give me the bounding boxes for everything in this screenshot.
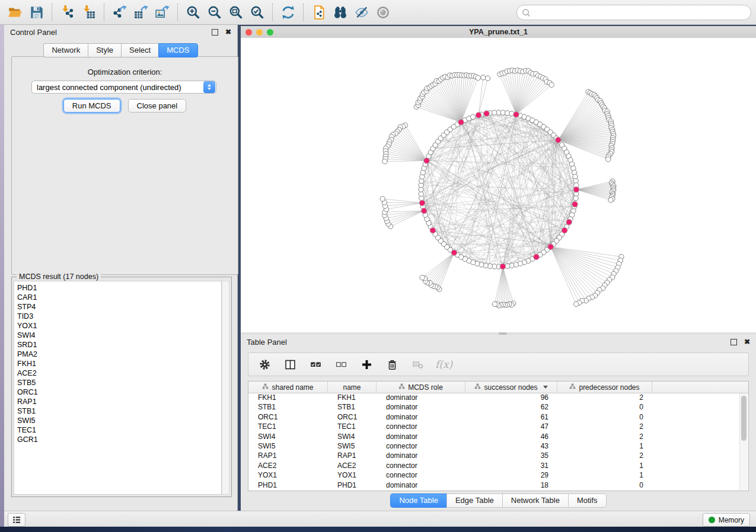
mcds-result-scrollbar[interactable] bbox=[222, 281, 229, 495]
tab-motifs[interactable]: Motifs bbox=[568, 493, 607, 508]
tab-edge-table[interactable]: Edge Table bbox=[446, 493, 502, 508]
network-window-title: YPA_prune.txt_1 bbox=[241, 28, 756, 36]
add-column-plus-icon[interactable] bbox=[359, 357, 374, 372]
mcds-result-item[interactable]: SRD1 bbox=[17, 340, 221, 350]
mcds-result-item[interactable]: TEC1 bbox=[17, 425, 221, 435]
node-table-scrollbar[interactable] bbox=[739, 393, 748, 490]
table-cell: RAP1 bbox=[328, 451, 377, 461]
column-header-predecessor-nodes[interactable]: predecessor nodes bbox=[557, 382, 652, 393]
select-all-checks-icon[interactable] bbox=[308, 357, 323, 372]
open-file-icon[interactable] bbox=[5, 3, 26, 22]
deselect-all-checks-icon[interactable] bbox=[333, 357, 349, 372]
network-window-titlebar[interactable]: YPA_prune.txt_1 bbox=[241, 26, 756, 39]
import-network-icon[interactable] bbox=[57, 3, 78, 22]
mcds-result-item[interactable]: PMA2 bbox=[17, 350, 221, 359]
mcds-result-item[interactable]: RAP1 bbox=[17, 397, 221, 406]
toolbar-separator bbox=[52, 4, 53, 21]
table-cell: ACE2 bbox=[328, 462, 377, 471]
table-cell: 2 bbox=[557, 393, 652, 403]
mcds-result-list[interactable]: PHD1CAR1STP4TID3YOX1SWI4SRD1PMA2FKH1ACE2… bbox=[14, 281, 222, 495]
zoom-in-icon[interactable] bbox=[183, 3, 204, 22]
show-hidden-icon[interactable] bbox=[372, 3, 394, 22]
float-panel-icon[interactable] bbox=[212, 29, 218, 36]
mcds-result-item[interactable]: ORC1 bbox=[17, 387, 221, 397]
optimization-criterion-select[interactable]: largest connected component (undirected) bbox=[31, 81, 216, 94]
refresh-view-icon[interactable] bbox=[277, 3, 299, 22]
table-cell: TEC1 bbox=[248, 422, 328, 432]
desktop-wallpaper-left bbox=[0, 25, 4, 527]
mcds-result-item[interactable]: PHD1 bbox=[17, 283, 221, 293]
table-cell: 31 bbox=[465, 462, 557, 471]
table-row[interactable]: TEC1TEC1connector472 bbox=[248, 422, 748, 432]
network-view-window: YPA_prune.txt_1 bbox=[241, 26, 756, 332]
network-graph[interactable] bbox=[241, 38, 756, 332]
show-columns-icon[interactable] bbox=[282, 357, 298, 372]
search-box[interactable] bbox=[516, 5, 751, 20]
task-history-button[interactable] bbox=[8, 513, 25, 527]
hide-selected-icon[interactable] bbox=[351, 3, 372, 22]
export-image-icon[interactable] bbox=[152, 3, 173, 22]
share-document-icon[interactable] bbox=[308, 3, 330, 22]
table-row[interactable]: ACE2ACE2connector311 bbox=[248, 462, 748, 471]
table-row[interactable]: ORC1ORC1dominator610 bbox=[248, 413, 748, 422]
export-network-icon[interactable] bbox=[109, 3, 130, 22]
mcds-result-item[interactable]: CAR1 bbox=[17, 293, 221, 302]
table-cell: 29 bbox=[465, 471, 557, 480]
mcds-result-item[interactable]: STB1 bbox=[17, 406, 221, 416]
mcds-result-item[interactable]: STP4 bbox=[17, 302, 221, 312]
mcds-result-item[interactable]: SWI5 bbox=[17, 416, 221, 425]
tab-select[interactable]: Select bbox=[121, 43, 158, 57]
table-row[interactable]: SWI4SWI4dominator462 bbox=[248, 432, 748, 442]
table-row[interactable]: FKH1FKH1dominator962 bbox=[248, 393, 748, 403]
search-network-icon[interactable] bbox=[330, 3, 351, 22]
column-header-successor-nodes[interactable]: successor nodes bbox=[465, 382, 557, 393]
export-table-icon[interactable] bbox=[130, 3, 152, 22]
close-table-panel-icon[interactable]: ✖ bbox=[744, 339, 750, 345]
mcds-result-item[interactable]: ACE2 bbox=[17, 368, 221, 378]
mcds-result-item[interactable]: YOX1 bbox=[17, 321, 221, 331]
import-table-icon[interactable] bbox=[78, 3, 100, 22]
table-cell: SWI5 bbox=[328, 442, 377, 451]
list-icon bbox=[12, 515, 21, 524]
search-input[interactable] bbox=[531, 6, 751, 19]
table-cell: PHD1 bbox=[248, 481, 328, 491]
delete-column-trash-icon[interactable] bbox=[384, 357, 400, 372]
memory-button[interactable]: Memory bbox=[703, 513, 750, 527]
mcds-result-item[interactable]: FKH1 bbox=[17, 359, 221, 368]
selected-option-label: largest connected component (undirected) bbox=[32, 83, 203, 92]
column-header-name[interactable]: name bbox=[328, 382, 377, 393]
float-table-panel-icon[interactable] bbox=[731, 339, 737, 345]
zoom-selected-icon[interactable] bbox=[247, 3, 268, 22]
tab-node-table[interactable]: Node Table bbox=[390, 493, 446, 508]
column-header-shared-name[interactable]: shared name bbox=[248, 382, 328, 393]
run-mcds-button[interactable]: Run MCDS bbox=[63, 99, 120, 113]
zoom-fit-icon[interactable] bbox=[225, 3, 247, 22]
toolbar-separator bbox=[177, 4, 178, 21]
mcds-result-item[interactable]: STB5 bbox=[17, 378, 221, 387]
tab-network[interactable]: Network bbox=[43, 43, 88, 57]
sort-chevron-icon[interactable] bbox=[543, 386, 548, 389]
table-settings-gear-icon[interactable] bbox=[257, 357, 272, 372]
table-cell: 96 bbox=[465, 393, 557, 403]
table-row[interactable]: RAP1RAP1dominator352 bbox=[248, 451, 748, 461]
mcds-result-item[interactable]: TID3 bbox=[17, 312, 221, 321]
mcds-result-item[interactable]: SWI4 bbox=[17, 331, 221, 340]
org-chart-icon bbox=[398, 383, 405, 392]
network-canvas[interactable] bbox=[241, 38, 756, 332]
tab-network-table[interactable]: Network Table bbox=[502, 493, 568, 508]
table-cell: 1 bbox=[557, 471, 652, 480]
table-row[interactable]: PHD1PHD1dominator180 bbox=[248, 481, 748, 491]
table-cell: 2 bbox=[557, 422, 652, 432]
zoom-out-icon[interactable] bbox=[204, 3, 225, 22]
table-row[interactable]: STB1STB1dominator620 bbox=[248, 403, 748, 412]
close-panel-icon[interactable]: ✖ bbox=[225, 30, 231, 35]
close-panel-button[interactable]: Close panel bbox=[128, 99, 187, 113]
tab-style[interactable]: Style bbox=[88, 43, 121, 57]
table-cell: dominator bbox=[377, 481, 465, 491]
tab-mcds[interactable]: MCDS bbox=[158, 43, 197, 57]
save-session-icon[interactable] bbox=[26, 3, 47, 22]
column-header-MCDS-role[interactable]: MCDS role bbox=[377, 382, 465, 393]
table-row[interactable]: YOX1YOX1connector291 bbox=[248, 471, 748, 480]
table-row[interactable]: SWI5SWI5connector431 bbox=[248, 442, 748, 451]
mcds-result-item[interactable]: GCR1 bbox=[17, 435, 221, 444]
